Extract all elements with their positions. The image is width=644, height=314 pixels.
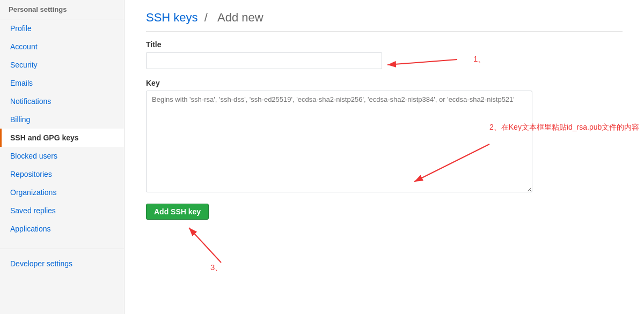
content-area: Title 1、 Key — [146, 40, 623, 220]
key-form-group: Key 2、在Key文本框里粘贴id_rsa.pub文件的内容 — [146, 79, 623, 194]
sidebar-item-notifications[interactable]: Notifications — [0, 92, 124, 110]
key-textarea[interactable] — [146, 91, 532, 192]
sidebar-item-account[interactable]: Account — [0, 38, 124, 56]
arrow1-svg — [382, 49, 468, 76]
sidebar-item-saved-replies[interactable]: Saved replies — [0, 201, 124, 220]
sidebar-item-security[interactable]: Security — [0, 56, 124, 74]
annotation3-text: 3、 — [210, 263, 223, 273]
sidebar-header: Personal settings — [0, 0, 124, 19]
sidebar-item-profile[interactable]: Profile — [0, 19, 124, 38]
main-content: SSH keys / Add new Title — [125, 0, 644, 314]
breadcrumb-separator: / — [204, 11, 208, 24]
title-label: Title — [146, 40, 623, 49]
sidebar-item-repositories[interactable]: Repositories — [0, 165, 124, 183]
title-input[interactable] — [146, 52, 382, 69]
sidebar-item-blocked-users[interactable]: Blocked users — [0, 147, 124, 165]
sidebar-item-billing[interactable]: Billing — [0, 110, 124, 129]
sidebar-item-ssh-gpg-keys[interactable]: SSH and GPG keys — [0, 129, 124, 147]
sidebar-item-organizations[interactable]: Organizations — [0, 183, 124, 201]
annotation1-text: 1、 — [473, 54, 486, 64]
svg-line-1 — [387, 59, 457, 65]
sidebar-item-emails[interactable]: Emails — [0, 74, 124, 92]
sidebar-item-developer-settings[interactable]: Developer settings — [0, 255, 124, 273]
annotation2-text: 2、在Key文本框里粘贴id_rsa.pub文件的内容 — [489, 123, 639, 132]
title-form-group: Title 1、 — [146, 40, 623, 69]
svg-line-5 — [189, 228, 221, 263]
sidebar-item-applications[interactable]: Applications — [0, 220, 124, 238]
button-area: Add SSH key 3、 — [146, 204, 623, 220]
breadcrumb-current: Add new — [217, 11, 264, 24]
app-layout: Personal settings Profile Account Securi… — [0, 0, 644, 314]
breadcrumb: SSH keys / Add new — [146, 11, 623, 32]
key-label: Key — [146, 79, 623, 87]
add-ssh-key-button[interactable]: Add SSH key — [146, 204, 209, 220]
sidebar: Personal settings Profile Account Securi… — [0, 0, 125, 314]
breadcrumb-link[interactable]: SSH keys — [146, 11, 198, 24]
